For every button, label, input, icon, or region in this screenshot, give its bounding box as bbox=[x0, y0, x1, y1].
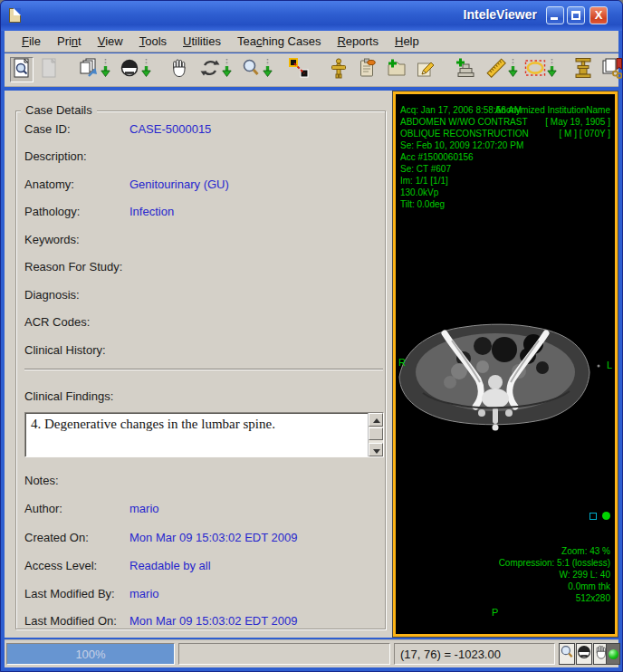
overlay-line: W: 299 L: 40 bbox=[499, 569, 610, 581]
annotate-button[interactable] bbox=[414, 57, 437, 82]
field-row: Case ID:CASE-5000015 bbox=[24, 122, 383, 136]
field-label: Anatomy: bbox=[24, 178, 129, 191]
reference-lines-button[interactable] bbox=[287, 57, 311, 82]
main-content: Case Details Case ID:CASE-5000015Descrip… bbox=[5, 91, 618, 638]
measure-button[interactable] bbox=[484, 57, 508, 82]
dropdown-arrow-icon bbox=[141, 56, 151, 83]
window-level-icon bbox=[576, 644, 592, 664]
app-window: InteleViewer X FilePrintViewToolsUtiliti… bbox=[0, 0, 623, 672]
pixel-value-readout: (17, 76) = -1023.00 bbox=[394, 643, 555, 665]
measure-button-dropdown[interactable] bbox=[508, 57, 518, 82]
document-button bbox=[37, 57, 61, 82]
series-stack-button[interactable] bbox=[77, 57, 101, 82]
dropdown-arrow-icon bbox=[547, 56, 557, 83]
field-row: Created On:Mon Mar 09 15:03:02 EDT 2009 bbox=[24, 531, 383, 544]
search-document-icon bbox=[11, 57, 33, 82]
menu-item-reports[interactable]: Reports bbox=[329, 32, 387, 51]
field-label: Author: bbox=[24, 502, 129, 515]
window-level-button[interactable] bbox=[118, 57, 141, 82]
field-row: Access Level:Readable by all bbox=[24, 559, 383, 572]
field-row: Description: bbox=[24, 149, 383, 163]
clipboard-icon bbox=[357, 57, 379, 82]
document-icon bbox=[38, 57, 60, 82]
clinical-findings-label: Clinical Findings: bbox=[24, 389, 383, 403]
add-teaching-case-button[interactable] bbox=[454, 57, 477, 82]
image-viewport[interactable]: Acq: Jan 17, 2006 8:58:56 AMABDOMEN W/WO… bbox=[396, 94, 615, 634]
field-row: Pathology:Infection bbox=[24, 205, 383, 218]
clinical-findings-textarea[interactable]: 4. Degenerative changes in the lumbar sp… bbox=[24, 412, 384, 457]
field-value: Mon Mar 09 15:03:02 EDT 2009 bbox=[129, 531, 298, 544]
maximize-button[interactable] bbox=[567, 6, 585, 24]
overlay-line: 130.0kVp bbox=[400, 187, 529, 198]
overlay-line: Se: Feb 10, 2009 12:07:20 PM bbox=[400, 139, 529, 151]
key-figure-button[interactable] bbox=[327, 57, 350, 82]
figure-icon bbox=[328, 57, 350, 82]
menu-item-tools[interactable]: Tools bbox=[131, 32, 175, 51]
zoom-button[interactable] bbox=[239, 57, 263, 82]
field-value: Mon Mar 09 15:03:02 EDT 2009 bbox=[129, 614, 298, 628]
field-label: Pathology: bbox=[24, 205, 129, 218]
menu-item-view[interactable]: View bbox=[90, 32, 131, 51]
overlay-line: Im: 1/1 [1/1] bbox=[400, 175, 529, 187]
add-to-folder-button[interactable] bbox=[385, 57, 408, 82]
zoom-tool-button[interactable] bbox=[559, 643, 575, 665]
hand-icon bbox=[168, 57, 190, 82]
report-button[interactable] bbox=[356, 57, 379, 82]
browse-thumbnails-button[interactable] bbox=[10, 57, 34, 82]
rotate-flip-button[interactable] bbox=[198, 57, 222, 82]
scroll-up-button[interactable] bbox=[369, 413, 383, 427]
findings-scrollbar[interactable] bbox=[368, 413, 383, 456]
menu-item-help[interactable]: Help bbox=[387, 32, 427, 51]
scrollbar-thumb[interactable] bbox=[369, 427, 383, 440]
case-details-panel: Case Details Case ID:CASE-5000015Descrip… bbox=[5, 91, 392, 638]
rotate-flip-button-dropdown[interactable] bbox=[222, 57, 232, 82]
close-button[interactable]: X bbox=[589, 6, 608, 24]
menu-item-print[interactable]: Print bbox=[49, 32, 90, 51]
linked-stacking-button[interactable] bbox=[600, 57, 623, 82]
overlay-line: Se: CT #607 bbox=[400, 163, 529, 175]
field-value: mario bbox=[129, 502, 159, 515]
menu-item-file[interactable]: File bbox=[14, 32, 49, 51]
connection-indicator bbox=[606, 643, 620, 665]
green-led-icon bbox=[609, 649, 618, 659]
field-row: Anatomy:Genitourinary (GU) bbox=[24, 178, 383, 191]
menu-item-teaching-cases[interactable]: Teaching Cases bbox=[229, 32, 330, 51]
overlay-line: [ May 19, 1905 ] bbox=[495, 116, 610, 128]
field-value: Readable by all bbox=[129, 559, 211, 572]
overlay-line: 512x280 bbox=[499, 592, 610, 604]
orientation-marker-posterior: P bbox=[492, 607, 498, 618]
image-stack-icon bbox=[78, 57, 100, 82]
window-title: InteleViewer bbox=[464, 7, 537, 22]
press-icon bbox=[572, 57, 594, 82]
progress-bar: 100% bbox=[6, 643, 175, 665]
field-label: Last Modified On: bbox=[24, 614, 129, 628]
roi-ellipse-button[interactable] bbox=[523, 57, 547, 82]
field-label: Last Modified By: bbox=[24, 587, 129, 600]
window-level-button-dropdown[interactable] bbox=[141, 57, 151, 82]
field-label: Access Level: bbox=[24, 559, 129, 572]
field-label: Reason For Study: bbox=[24, 260, 129, 274]
dropdown-arrow-icon bbox=[222, 56, 232, 83]
title-bar[interactable]: InteleViewer X bbox=[1, 1, 622, 31]
field-label: Created On: bbox=[24, 531, 129, 544]
scroll-down-button[interactable] bbox=[369, 443, 383, 456]
field-row: Last Modified By:mario bbox=[24, 587, 383, 600]
notes-label: Notes: bbox=[24, 474, 383, 487]
pan-button[interactable] bbox=[168, 57, 191, 82]
overlay-line: Zoom: 43 % bbox=[499, 545, 610, 557]
linked-stack-icon bbox=[601, 57, 623, 82]
series-stack-button-dropdown[interactable] bbox=[101, 57, 110, 82]
window-level-tool-button[interactable] bbox=[576, 643, 592, 665]
compression-button[interactable] bbox=[571, 57, 595, 82]
zoom-button-dropdown[interactable] bbox=[263, 57, 273, 82]
reference-lines-icon bbox=[288, 57, 310, 82]
cyan-square-icon bbox=[589, 513, 597, 520]
roi-ellipse-button-dropdown[interactable] bbox=[547, 57, 557, 82]
field-label: ACR Codes: bbox=[24, 315, 129, 329]
menu-bar: FilePrintViewToolsUtilitiesTeaching Case… bbox=[5, 31, 618, 53]
status-bar: 100% (17, 76) = -1023.00 bbox=[5, 639, 618, 667]
ellipse-icon bbox=[524, 57, 546, 82]
menu-item-utilities[interactable]: Utilities bbox=[175, 32, 229, 51]
field-label: Diagnosis: bbox=[24, 288, 129, 302]
minimize-button[interactable] bbox=[546, 6, 564, 24]
